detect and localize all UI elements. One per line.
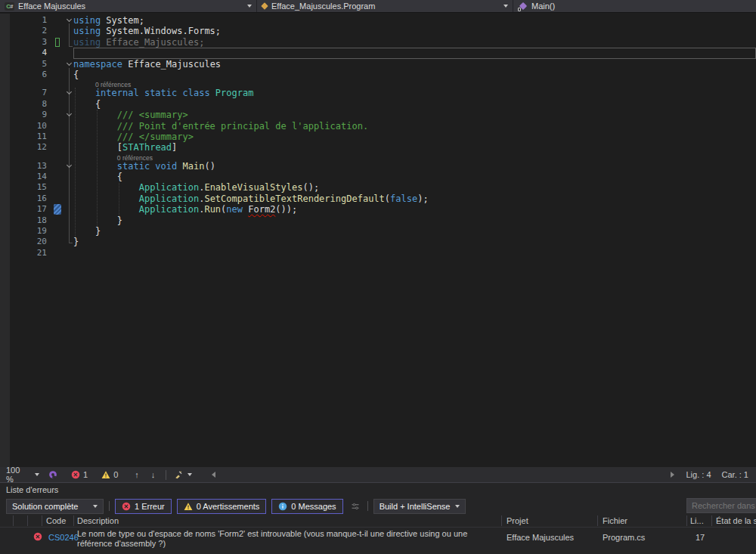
fold-margin-cell[interactable]: [65, 110, 73, 120]
line-number[interactable]: 21: [10, 248, 47, 258]
code-text[interactable]: /// Point d'entrée principal de l'applic…: [73, 121, 756, 132]
fold-margin-cell[interactable]: [65, 142, 73, 153]
collapse-chevron-icon[interactable]: [67, 17, 72, 22]
column-header-line[interactable]: Li...: [690, 516, 704, 525]
error-row[interactable]: CS0246 Le nom de type ou d'espace de nom…: [0, 528, 756, 554]
code-text[interactable]: using Efface_Majuscules;: [73, 37, 756, 48]
code-text[interactable]: [73, 48, 756, 58]
glyph-margin-cell[interactable]: [0, 88, 10, 98]
line-number[interactable]: 20: [10, 237, 47, 247]
fold-margin-cell[interactable]: [65, 132, 73, 142]
line-number[interactable]: 1: [10, 15, 47, 26]
collapse-chevron-icon[interactable]: [67, 89, 72, 94]
line-number[interactable]: 12: [10, 142, 47, 153]
column-header-project[interactable]: Projet: [507, 516, 528, 525]
glyph-margin-cell[interactable]: [0, 37, 10, 48]
glyph-margin-cell[interactable]: [0, 121, 10, 132]
code-text[interactable]: {: [73, 99, 756, 110]
fold-margin-cell[interactable]: [65, 248, 73, 258]
glyph-margin-cell[interactable]: [0, 172, 10, 182]
code-line[interactable]: 11 /// </summary>: [0, 132, 756, 142]
glyph-margin-cell[interactable]: [0, 237, 10, 247]
column-header-suppression[interactable]: État de la su: [716, 516, 756, 525]
fold-margin-cell[interactable]: [65, 59, 73, 70]
code-line[interactable]: 17 Application.Run(new Form2());: [0, 204, 756, 215]
glyph-margin-cell[interactable]: [0, 99, 10, 110]
fold-margin-cell[interactable]: [65, 215, 73, 226]
code-text[interactable]: }: [73, 215, 756, 226]
fold-margin-cell[interactable]: [65, 172, 73, 182]
code-text[interactable]: internal static class Program: [73, 88, 756, 98]
column-header-description[interactable]: Description: [77, 516, 119, 525]
code-line[interactable]: 3using Efface_Majuscules;: [0, 37, 756, 48]
line-number[interactable]: 13: [10, 161, 47, 172]
document-errors-button[interactable]: 1: [71, 470, 88, 479]
horizontal-scrollbar[interactable]: [215, 467, 670, 482]
code-cleanup-button[interactable]: [174, 470, 192, 479]
code-text[interactable]: using System;: [73, 15, 756, 26]
fold-margin-cell[interactable]: [65, 161, 73, 172]
filter-settings-button[interactable]: [349, 502, 362, 511]
document-warnings-button[interactable]: 0: [101, 470, 118, 479]
code-line[interactable]: 8 {: [0, 99, 756, 110]
fold-margin-cell[interactable]: [65, 204, 73, 215]
glyph-margin-cell[interactable]: [0, 161, 10, 172]
codelens-row[interactable]: 0 références: [0, 153, 756, 161]
glyph-margin-cell[interactable]: [0, 70, 10, 80]
line-number[interactable]: 19: [10, 226, 47, 237]
line-number[interactable]: 4: [10, 48, 47, 58]
codelens-row[interactable]: 0 références: [0, 80, 756, 88]
type-dropdown[interactable]: Efface_Majuscules.Program: [257, 0, 513, 12]
search-input[interactable]: [686, 498, 756, 513]
line-number[interactable]: 16: [10, 193, 47, 204]
fold-margin-cell[interactable]: [65, 48, 73, 58]
glyph-margin-cell[interactable]: [0, 110, 10, 120]
line-number[interactable]: 6: [10, 70, 47, 80]
code-line[interactable]: 21: [0, 248, 756, 258]
code-line[interactable]: 16 Application.SetCompatibleTextRenderin…: [0, 193, 756, 204]
collapse-chevron-icon[interactable]: [67, 60, 72, 66]
line-number[interactable]: 7: [10, 88, 47, 98]
code-line[interactable]: 4: [0, 48, 756, 58]
code-text[interactable]: /// <summary>: [73, 110, 756, 120]
code-text[interactable]: [STAThread]: [73, 142, 756, 153]
send-feedback-icon[interactable]: [48, 470, 57, 479]
error-code-link[interactable]: CS0246: [48, 533, 79, 542]
code-editor[interactable]: 1using System;2using System.Windows.Form…: [0, 14, 756, 467]
fold-margin-cell[interactable]: [65, 237, 73, 247]
code-text[interactable]: }: [73, 237, 756, 247]
fold-margin-cell[interactable]: [65, 88, 73, 98]
glyph-margin-cell[interactable]: [0, 226, 10, 237]
code-line[interactable]: 15 Application.EnableVisualStyles();: [0, 182, 756, 193]
glyph-margin-cell[interactable]: [0, 132, 10, 142]
glyph-margin-cell[interactable]: [0, 193, 10, 204]
code-text[interactable]: using System.Windows.Forms;: [73, 26, 756, 36]
bookmark-icon[interactable]: [54, 204, 61, 215]
line-number[interactable]: 8: [10, 99, 47, 110]
line-number[interactable]: 11: [10, 132, 47, 142]
code-text[interactable]: {: [73, 70, 756, 80]
line-number[interactable]: 17: [10, 204, 47, 215]
code-text[interactable]: Application.SetCompatibleTextRenderingDe…: [73, 193, 756, 204]
messages-filter-button[interactable]: 0 Messages: [271, 499, 342, 514]
code-text[interactable]: Application.Run(new Form2());: [73, 204, 756, 215]
line-number[interactable]: 10: [10, 121, 47, 132]
code-text[interactable]: /// </summary>: [73, 132, 756, 142]
scroll-right-button[interactable]: [671, 472, 674, 478]
scope-filter-dropdown[interactable]: Solution complète: [6, 499, 104, 514]
glyph-margin-cell[interactable]: [0, 48, 10, 58]
code-text[interactable]: Application.EnableVisualStyles();: [73, 182, 756, 193]
column-header-code[interactable]: Code: [46, 516, 66, 525]
source-filter-dropdown[interactable]: Build + IntelliSense: [373, 499, 466, 514]
glyph-margin-cell[interactable]: [0, 26, 10, 36]
code-line[interactable]: 1using System;: [0, 15, 756, 26]
code-line[interactable]: 14 {: [0, 172, 756, 182]
line-number[interactable]: 18: [10, 215, 47, 226]
collapse-chevron-icon[interactable]: [67, 162, 72, 168]
fold-margin-cell[interactable]: [65, 226, 73, 237]
code-line[interactable]: 20}: [0, 237, 756, 247]
line-number[interactable]: 14: [10, 172, 47, 182]
code-text[interactable]: {: [73, 172, 756, 182]
glyph-margin-cell[interactable]: [0, 59, 10, 70]
code-area[interactable]: 1using System;2using System.Windows.Form…: [0, 15, 756, 258]
